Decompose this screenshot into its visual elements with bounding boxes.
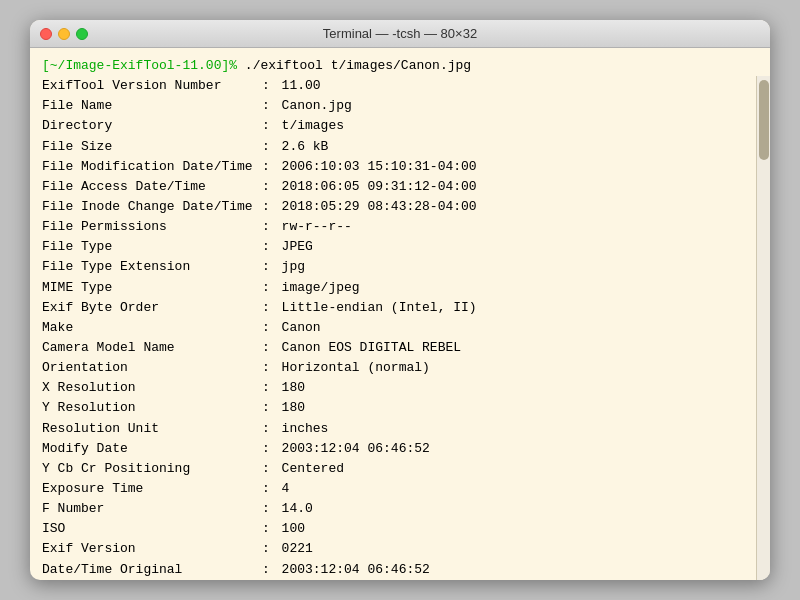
row-key: File Name xyxy=(42,96,262,116)
row-key: X Resolution xyxy=(42,378,262,398)
row-colon: : xyxy=(262,459,278,479)
row-value: JPEG xyxy=(282,237,313,257)
table-row: Resolution Unit: inches xyxy=(42,419,750,439)
row-value: image/jpeg xyxy=(282,278,360,298)
table-row: Exif Byte Order: Little-endian (Intel, I… xyxy=(42,298,750,318)
row-colon: : xyxy=(262,479,278,499)
row-value: rw-r--r-- xyxy=(282,217,352,237)
table-row: Camera Model Name: Canon EOS DIGITAL REB… xyxy=(42,338,750,358)
row-key: Resolution Unit xyxy=(42,419,262,439)
row-value: 2003:12:04 06:46:52 xyxy=(282,439,430,459)
row-key: File Modification Date/Time xyxy=(42,157,262,177)
table-row: Directory: t/images xyxy=(42,116,750,136)
row-key: ISO xyxy=(42,519,262,539)
table-row: File Access Date/Time: 2018:06:05 09:31:… xyxy=(42,177,750,197)
row-colon: : xyxy=(262,298,278,318)
row-value: Centered xyxy=(282,459,344,479)
row-colon: : xyxy=(262,338,278,358)
row-colon: : xyxy=(262,539,278,559)
row-colon: : xyxy=(262,116,278,136)
table-row: File Permissions: rw-r--r-- xyxy=(42,217,750,237)
output-rows: ExifTool Version Number: 11.00File Name:… xyxy=(42,76,750,580)
row-key: File Type xyxy=(42,237,262,257)
row-value: 0221 xyxy=(282,539,313,559)
row-key: File Size xyxy=(42,137,262,157)
row-colon: : xyxy=(262,318,278,338)
close-button[interactable] xyxy=(40,28,52,40)
row-key: ExifTool Version Number xyxy=(42,76,262,96)
minimize-button[interactable] xyxy=(58,28,70,40)
row-colon: : xyxy=(262,378,278,398)
row-colon: : xyxy=(262,560,278,580)
row-value: 2003:12:04 06:46:52 xyxy=(282,560,430,580)
row-value: 2006:10:03 15:10:31-04:00 xyxy=(282,157,477,177)
row-colon: : xyxy=(262,439,278,459)
row-colon: : xyxy=(262,237,278,257)
row-colon: : xyxy=(262,419,278,439)
window-title: Terminal — -tcsh — 80×32 xyxy=(323,26,477,41)
row-key: Camera Model Name xyxy=(42,338,262,358)
row-key: F Number xyxy=(42,499,262,519)
table-row: X Resolution: 180 xyxy=(42,378,750,398)
table-row: Date/Time Original: 2003:12:04 06:46:52 xyxy=(42,560,750,580)
row-colon: : xyxy=(262,217,278,237)
row-colon: : xyxy=(262,257,278,277)
row-value: 2018:05:29 08:43:28-04:00 xyxy=(282,197,477,217)
table-row: Orientation: Horizontal (normal) xyxy=(42,358,750,378)
row-colon: : xyxy=(262,137,278,157)
table-row: Y Resolution: 180 xyxy=(42,398,750,418)
row-value: Canon xyxy=(282,318,321,338)
row-colon: : xyxy=(262,76,278,96)
row-key: Exif Byte Order xyxy=(42,298,262,318)
scrollbar-thumb[interactable] xyxy=(759,80,769,160)
row-key: Exposure Time xyxy=(42,479,262,499)
row-key: File Inode Change Date/Time xyxy=(42,197,262,217)
row-key: Directory xyxy=(42,116,262,136)
row-colon: : xyxy=(262,499,278,519)
row-colon: : xyxy=(262,197,278,217)
row-value: 2.6 kB xyxy=(282,137,329,157)
row-value: 14.0 xyxy=(282,499,313,519)
command-line: [~/Image-ExifTool-11.00]% ./exiftool t/i… xyxy=(42,56,750,76)
row-key: Modify Date xyxy=(42,439,262,459)
row-colon: : xyxy=(262,519,278,539)
row-key: Orientation xyxy=(42,358,262,378)
row-value: Little-endian (Intel, II) xyxy=(282,298,477,318)
row-value: 11.00 xyxy=(282,76,321,96)
table-row: Exposure Time: 4 xyxy=(42,479,750,499)
row-value: Horizontal (normal) xyxy=(282,358,430,378)
row-value: 2018:06:05 09:31:12-04:00 xyxy=(282,177,477,197)
row-value: 180 xyxy=(282,378,305,398)
row-value: Canon EOS DIGITAL REBEL xyxy=(282,338,461,358)
row-key: File Type Extension xyxy=(42,257,262,277)
prompt: [~/Image-ExifTool-11.00]% xyxy=(42,56,237,76)
scrollbar[interactable] xyxy=(756,76,770,580)
row-key: File Permissions xyxy=(42,217,262,237)
terminal-body[interactable]: [~/Image-ExifTool-11.00]% ./exiftool t/i… xyxy=(30,48,770,580)
table-row: File Size: 2.6 kB xyxy=(42,137,750,157)
row-value: t/images xyxy=(282,116,344,136)
table-row: MIME Type: image/jpeg xyxy=(42,278,750,298)
row-value: 4 xyxy=(282,479,290,499)
table-row: File Modification Date/Time: 2006:10:03 … xyxy=(42,157,750,177)
table-row: Make: Canon xyxy=(42,318,750,338)
table-row: Modify Date: 2003:12:04 06:46:52 xyxy=(42,439,750,459)
row-value: inches xyxy=(282,419,329,439)
row-value: 180 xyxy=(282,398,305,418)
row-colon: : xyxy=(262,177,278,197)
titlebar: Terminal — -tcsh — 80×32 xyxy=(30,20,770,48)
maximize-button[interactable] xyxy=(76,28,88,40)
row-value: Canon.jpg xyxy=(282,96,352,116)
row-key: Date/Time Original xyxy=(42,560,262,580)
row-colon: : xyxy=(262,358,278,378)
table-row: File Inode Change Date/Time: 2018:05:29 … xyxy=(42,197,750,217)
row-key: Make xyxy=(42,318,262,338)
table-row: File Type Extension: jpg xyxy=(42,257,750,277)
row-colon: : xyxy=(262,278,278,298)
row-key: Exif Version xyxy=(42,539,262,559)
terminal-window: Terminal — -tcsh — 80×32 [~/Image-ExifTo… xyxy=(30,20,770,580)
traffic-lights xyxy=(40,28,88,40)
table-row: ExifTool Version Number: 11.00 xyxy=(42,76,750,96)
row-key: File Access Date/Time xyxy=(42,177,262,197)
row-value: 100 xyxy=(282,519,305,539)
